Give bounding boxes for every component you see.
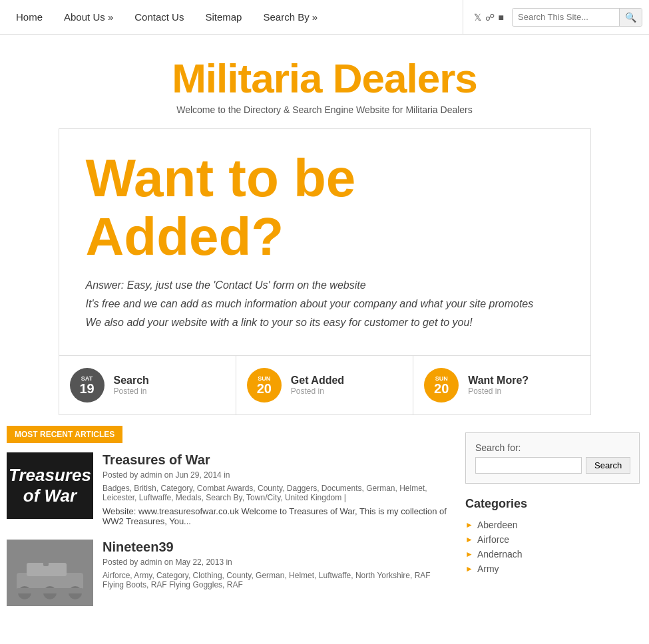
hero-line-2: It's free and we can add as much informa… [86,298,564,310]
hero-body: Answer: Easy, just use the 'Contact Us' … [86,279,564,329]
teaser-get-added[interactable]: SUN 20 Get Added Posted in [236,356,413,414]
nineteen39-thumb-image [7,540,93,606]
main-layout: Most Recent Articles Treasures of War Tr… [0,426,649,619]
svg-rect-2 [43,556,49,566]
twitter-icon[interactable]: 𝕏 [474,12,481,23]
rss-icon[interactable]: ☍ [485,12,495,23]
article-item-nineteen39: Nineteen39 Posted by admin on May 22, 20… [7,540,449,606]
date-badge-search: SAT 19 [70,368,105,402]
teaser-title-get-added: Get Added [291,375,344,387]
sidebar-search-input[interactable] [475,457,582,474]
article-thumb-tow: Treasures of War [7,452,93,519]
site-title: Militaria Dealers [7,55,642,102]
category-label: Andernach [477,549,523,560]
tank-svg [10,543,90,603]
day-num-get-added: 20 [257,382,272,395]
chevron-right-icon: ► [465,564,473,573]
teaser-meta-want-more: Posted in [468,387,529,396]
article-thumb-nineteen39 [7,540,93,606]
article-tags-tow: Badges, British, Category, Combat Awards… [103,484,449,502]
article-item-tow: Treasures of War Treasures of War Posted… [7,452,449,526]
site-search-input[interactable] [513,9,619,25]
teaser-text-get-added: Get Added Posted in [291,375,344,396]
day-num-want-more: 20 [434,382,449,395]
date-badge-get-added: SUN 20 [247,368,282,402]
article-meta-nineteen39: Posted by admin on May 22, 2013 in [103,558,449,567]
site-search-button[interactable]: 🔍 [619,9,642,26]
hero-title: Want to be Added? [86,149,564,266]
category-airforce[interactable]: ► Airforce [465,532,640,547]
nav-searchby[interactable]: Search By » [254,6,327,28]
teaser-want-more[interactable]: SUN 20 Want More? Posted in [413,356,590,414]
nav-social-icons: 𝕏 ☍ ■ [474,12,504,23]
categories-title: Categories [465,497,640,511]
category-army[interactable]: ► Army [465,562,640,576]
nav-contact[interactable]: Contact Us [125,6,193,28]
article-meta-tow: Posted by admin on Jun 29, 2014 in [103,470,449,480]
tow-thumb-image: Treasures of War [7,452,93,519]
nav-separator [463,0,463,35]
sidebar: Search for: Search Categories ► Aberdeen… [456,426,649,619]
hero-banner: Want to be Added? Answer: Easy, just use… [59,128,591,356]
date-badge-want-more: SUN 20 [424,368,459,402]
article-info-nineteen39: Nineteen39 Posted by admin on May 22, 20… [103,540,449,589]
category-label: Aberdeen [477,520,518,530]
chevron-right-icon: ► [465,520,473,530]
sidebar-search-row: Search [475,457,630,474]
site-search-wrap: 🔍 [512,8,642,27]
most-recent-label: Most Recent Articles [7,426,122,443]
teaser-title-want-more: Want More? [468,375,529,387]
hero-line-3: We also add your website with a link to … [86,317,564,329]
category-aberdeen[interactable]: ► Aberdeen [465,518,640,532]
article-info-tow: Treasures of War Posted by admin on Jun … [103,452,449,526]
nav-about[interactable]: About Us » [55,6,122,28]
site-header: Militaria Dealers Welcome to the Directo… [0,35,649,128]
nav-sitemap[interactable]: Sitemap [196,6,251,28]
content-area: Most Recent Articles Treasures of War Tr… [0,426,456,619]
svg-rect-6 [17,588,83,593]
category-andernach[interactable]: ► Andernach [465,547,640,562]
hero-line-1: Answer: Easy, just use the 'Contact Us' … [86,279,564,291]
article-title-tow[interactable]: Treasures of War [103,452,449,468]
teaser-meta-search: Posted in [114,387,149,396]
nav-bar: Home About Us » Contact Us Sitemap Searc… [0,0,649,35]
site-subtitle: Welcome to the Directory & Search Engine… [7,104,642,115]
category-label: Army [477,564,499,574]
day-num-search: 19 [79,382,94,395]
nav-links: Home About Us » Contact Us Sitemap Searc… [7,6,460,28]
nav-home[interactable]: Home [7,6,52,28]
chevron-right-icon: ► [465,535,473,544]
article-excerpt-tow: Website: www.treasuresofwar.co.uk Welcom… [103,506,449,526]
category-label: Airforce [477,534,509,545]
teaser-meta-get-added: Posted in [291,387,344,396]
teaser-text-want-more: Want More? Posted in [468,375,529,396]
article-title-nineteen39[interactable]: Nineteen39 [103,540,449,555]
sidebar-search-button[interactable]: Search [586,457,630,474]
post-teasers: SAT 19 Search Posted in SUN 20 Get Added… [59,356,591,415]
article-tags-nineteen39: Airforce, Army, Category, Clothing, Coun… [103,571,449,589]
teaser-title-search: Search [114,375,149,387]
teaser-text-search: Search Posted in [114,375,149,396]
teaser-search[interactable]: SAT 19 Search Posted in [59,356,236,414]
sidebar-search-wrap: Search for: Search [465,432,640,484]
facebook-icon[interactable]: ■ [499,12,504,23]
chevron-right-icon: ► [465,550,473,559]
sidebar-search-label: Search for: [475,442,630,453]
